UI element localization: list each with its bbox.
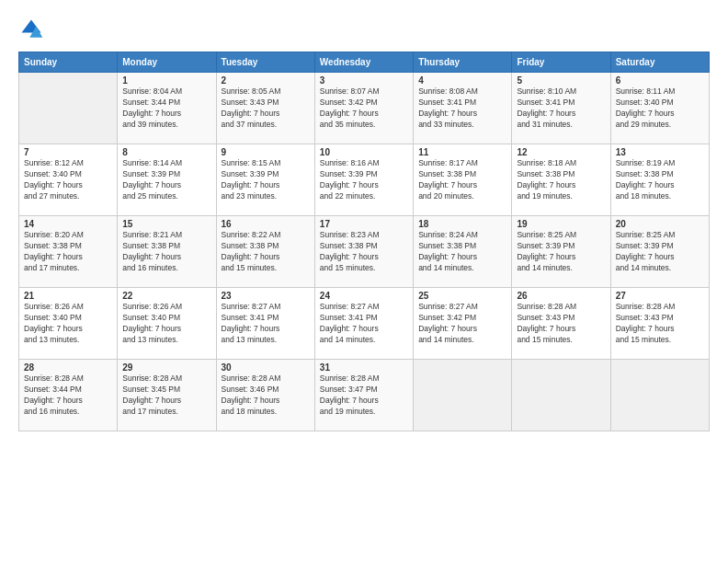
col-header-tuesday: Tuesday bbox=[216, 52, 314, 73]
day-info: Sunrise: 8:27 AMSunset: 3:41 PMDaylight:… bbox=[320, 302, 408, 346]
day-number: 26 bbox=[517, 291, 605, 301]
day-number: 27 bbox=[616, 291, 704, 301]
calendar-cell: 16Sunrise: 8:22 AMSunset: 3:38 PMDayligh… bbox=[216, 216, 314, 288]
calendar-cell: 28Sunrise: 8:28 AMSunset: 3:44 PMDayligh… bbox=[19, 360, 118, 431]
day-info: Sunrise: 8:04 AMSunset: 3:44 PMDaylight:… bbox=[122, 86, 210, 131]
calendar-table: SundayMondayTuesdayWednesdayThursdayFrid… bbox=[18, 52, 710, 431]
day-info: Sunrise: 8:17 AMSunset: 3:38 PMDaylight:… bbox=[418, 158, 506, 202]
col-header-friday: Friday bbox=[512, 52, 610, 73]
calendar-cell: 22Sunrise: 8:26 AMSunset: 3:40 PMDayligh… bbox=[118, 288, 216, 360]
day-info: Sunrise: 8:19 AMSunset: 3:38 PMDaylight:… bbox=[616, 158, 704, 202]
calendar-cell: 21Sunrise: 8:26 AMSunset: 3:40 PMDayligh… bbox=[19, 288, 118, 360]
calendar-cell: 11Sunrise: 8:17 AMSunset: 3:38 PMDayligh… bbox=[414, 144, 512, 216]
day-info: Sunrise: 8:28 AMSunset: 3:45 PMDaylight:… bbox=[122, 373, 210, 418]
day-number: 29 bbox=[122, 362, 210, 373]
week-row-3: 14Sunrise: 8:20 AMSunset: 3:38 PMDayligh… bbox=[19, 216, 710, 288]
calendar-cell bbox=[414, 360, 512, 431]
day-info: Sunrise: 8:18 AMSunset: 3:38 PMDaylight:… bbox=[517, 158, 605, 202]
day-number: 11 bbox=[418, 147, 506, 157]
col-header-saturday: Saturday bbox=[610, 52, 709, 73]
day-number: 6 bbox=[616, 75, 704, 86]
logo-icon bbox=[18, 17, 44, 42]
day-number: 3 bbox=[320, 75, 408, 86]
day-info: Sunrise: 8:28 AMSunset: 3:43 PMDaylight:… bbox=[616, 302, 704, 346]
day-info: Sunrise: 8:27 AMSunset: 3:42 PMDaylight:… bbox=[418, 302, 506, 346]
day-info: Sunrise: 8:28 AMSunset: 3:43 PMDaylight:… bbox=[517, 302, 605, 346]
calendar-cell: 18Sunrise: 8:24 AMSunset: 3:38 PMDayligh… bbox=[414, 216, 512, 288]
header-row: SundayMondayTuesdayWednesdayThursdayFrid… bbox=[19, 52, 710, 73]
day-info: Sunrise: 8:08 AMSunset: 3:41 PMDaylight:… bbox=[418, 86, 506, 131]
calendar-cell: 5Sunrise: 8:10 AMSunset: 3:41 PMDaylight… bbox=[512, 73, 610, 144]
day-number: 24 bbox=[320, 291, 408, 301]
day-number: 18 bbox=[418, 219, 506, 229]
calendar-cell: 8Sunrise: 8:14 AMSunset: 3:39 PMDaylight… bbox=[118, 144, 216, 216]
day-number: 1 bbox=[122, 75, 210, 86]
calendar-cell bbox=[512, 360, 610, 431]
calendar-cell: 25Sunrise: 8:27 AMSunset: 3:42 PMDayligh… bbox=[414, 288, 512, 360]
calendar-cell: 2Sunrise: 8:05 AMSunset: 3:43 PMDaylight… bbox=[216, 73, 314, 144]
header bbox=[18, 17, 710, 42]
day-info: Sunrise: 8:21 AMSunset: 3:38 PMDaylight:… bbox=[122, 230, 210, 274]
day-info: Sunrise: 8:16 AMSunset: 3:39 PMDaylight:… bbox=[320, 158, 408, 202]
week-row-4: 21Sunrise: 8:26 AMSunset: 3:40 PMDayligh… bbox=[19, 288, 710, 360]
day-number: 20 bbox=[616, 219, 704, 229]
col-header-monday: Monday bbox=[118, 52, 216, 73]
calendar-cell: 15Sunrise: 8:21 AMSunset: 3:38 PMDayligh… bbox=[118, 216, 216, 288]
calendar-cell: 26Sunrise: 8:28 AMSunset: 3:43 PMDayligh… bbox=[512, 288, 610, 360]
day-number: 14 bbox=[24, 219, 112, 229]
day-info: Sunrise: 8:28 AMSunset: 3:46 PMDaylight:… bbox=[222, 373, 310, 418]
day-info: Sunrise: 8:10 AMSunset: 3:41 PMDaylight:… bbox=[517, 86, 605, 131]
day-number: 5 bbox=[517, 75, 605, 86]
day-info: Sunrise: 8:07 AMSunset: 3:42 PMDaylight:… bbox=[320, 86, 408, 131]
calendar-cell: 29Sunrise: 8:28 AMSunset: 3:45 PMDayligh… bbox=[118, 360, 216, 431]
day-number: 22 bbox=[122, 291, 210, 301]
col-header-sunday: Sunday bbox=[19, 52, 118, 73]
calendar-cell: 9Sunrise: 8:15 AMSunset: 3:39 PMDaylight… bbox=[216, 144, 314, 216]
day-number: 23 bbox=[222, 291, 310, 301]
day-number: 19 bbox=[517, 219, 605, 229]
day-number: 28 bbox=[24, 362, 112, 373]
page: SundayMondayTuesdayWednesdayThursdayFrid… bbox=[0, 0, 728, 563]
logo bbox=[18, 17, 48, 42]
day-info: Sunrise: 8:26 AMSunset: 3:40 PMDaylight:… bbox=[122, 302, 210, 346]
day-number: 9 bbox=[222, 147, 310, 157]
day-number: 13 bbox=[616, 147, 704, 157]
day-number: 16 bbox=[222, 219, 310, 229]
calendar-cell: 4Sunrise: 8:08 AMSunset: 3:41 PMDaylight… bbox=[414, 73, 512, 144]
week-row-5: 28Sunrise: 8:28 AMSunset: 3:44 PMDayligh… bbox=[19, 360, 710, 431]
calendar-cell: 12Sunrise: 8:18 AMSunset: 3:38 PMDayligh… bbox=[512, 144, 610, 216]
calendar-cell: 1Sunrise: 8:04 AMSunset: 3:44 PMDaylight… bbox=[118, 73, 216, 144]
calendar-cell: 7Sunrise: 8:12 AMSunset: 3:40 PMDaylight… bbox=[19, 144, 118, 216]
calendar-cell: 27Sunrise: 8:28 AMSunset: 3:43 PMDayligh… bbox=[610, 288, 709, 360]
col-header-wednesday: Wednesday bbox=[314, 52, 413, 73]
day-info: Sunrise: 8:11 AMSunset: 3:40 PMDaylight:… bbox=[616, 86, 704, 131]
calendar-cell: 23Sunrise: 8:27 AMSunset: 3:41 PMDayligh… bbox=[216, 288, 314, 360]
day-info: Sunrise: 8:14 AMSunset: 3:39 PMDaylight:… bbox=[122, 158, 210, 202]
calendar-cell: 10Sunrise: 8:16 AMSunset: 3:39 PMDayligh… bbox=[314, 144, 413, 216]
day-number: 30 bbox=[222, 362, 310, 373]
day-number: 31 bbox=[320, 362, 408, 373]
day-number: 21 bbox=[24, 291, 112, 301]
day-info: Sunrise: 8:25 AMSunset: 3:39 PMDaylight:… bbox=[517, 230, 605, 274]
day-info: Sunrise: 8:26 AMSunset: 3:40 PMDaylight:… bbox=[24, 302, 112, 346]
calendar-cell: 30Sunrise: 8:28 AMSunset: 3:46 PMDayligh… bbox=[216, 360, 314, 431]
day-info: Sunrise: 8:12 AMSunset: 3:40 PMDaylight:… bbox=[24, 158, 112, 202]
calendar-cell: 19Sunrise: 8:25 AMSunset: 3:39 PMDayligh… bbox=[512, 216, 610, 288]
day-info: Sunrise: 8:05 AMSunset: 3:43 PMDaylight:… bbox=[222, 86, 310, 131]
day-number: 12 bbox=[517, 147, 605, 157]
day-number: 10 bbox=[320, 147, 408, 157]
day-info: Sunrise: 8:23 AMSunset: 3:38 PMDaylight:… bbox=[320, 230, 408, 274]
day-info: Sunrise: 8:27 AMSunset: 3:41 PMDaylight:… bbox=[222, 302, 310, 346]
day-number: 15 bbox=[122, 219, 210, 229]
day-info: Sunrise: 8:15 AMSunset: 3:39 PMDaylight:… bbox=[222, 158, 310, 202]
day-info: Sunrise: 8:28 AMSunset: 3:44 PMDaylight:… bbox=[24, 373, 112, 418]
day-info: Sunrise: 8:25 AMSunset: 3:39 PMDaylight:… bbox=[616, 230, 704, 274]
day-info: Sunrise: 8:20 AMSunset: 3:38 PMDaylight:… bbox=[24, 230, 112, 274]
calendar-cell: 14Sunrise: 8:20 AMSunset: 3:38 PMDayligh… bbox=[19, 216, 118, 288]
day-info: Sunrise: 8:28 AMSunset: 3:47 PMDaylight:… bbox=[320, 373, 408, 418]
calendar-cell: 13Sunrise: 8:19 AMSunset: 3:38 PMDayligh… bbox=[610, 144, 709, 216]
day-number: 4 bbox=[418, 75, 506, 86]
calendar-cell: 31Sunrise: 8:28 AMSunset: 3:47 PMDayligh… bbox=[314, 360, 413, 431]
day-number: 25 bbox=[418, 291, 506, 301]
week-row-2: 7Sunrise: 8:12 AMSunset: 3:40 PMDaylight… bbox=[19, 144, 710, 216]
